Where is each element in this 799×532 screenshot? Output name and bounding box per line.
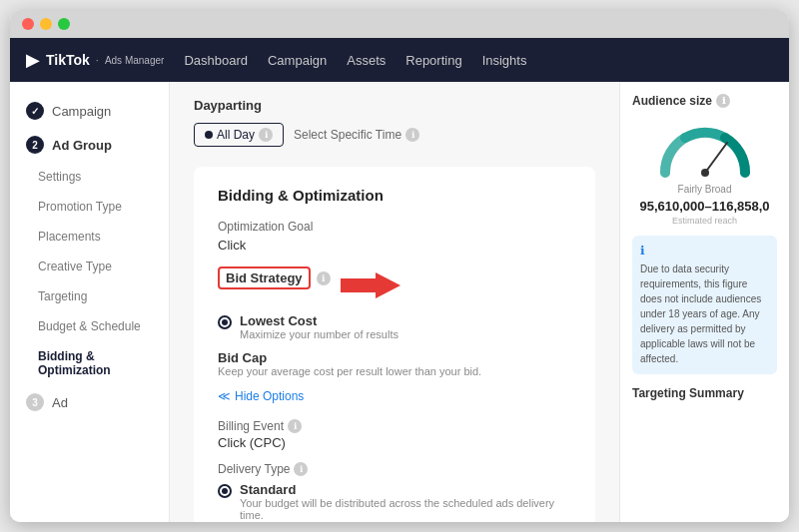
sidebar: ✓ Campaign 2 Ad Group Settings Promotion… [10,82,170,522]
dayparting-title: Dayparting [194,98,595,113]
radio-dot [205,131,213,139]
sidebar-item-settings[interactable]: Settings [10,162,169,192]
sidebar-item-campaign[interactable]: ✓ Campaign [10,94,169,128]
standard-radio[interactable] [218,484,232,498]
info-box-text: Due to data security requirements, this … [640,262,769,366]
bidding-section: Bidding & Optimization Optimization Goal… [194,167,595,522]
sidebar-item-ad[interactable]: 3 Ad [10,385,169,419]
gauge-chart [632,118,777,178]
sidebar-item-budget[interactable]: Budget & Schedule [10,311,169,341]
sidebar-item-bidding[interactable]: Bidding & Optimization [10,341,169,385]
bid-strategy-row: Bid Strategy ℹ [218,266,331,289]
browser-chrome [10,10,789,38]
billing-event-label: Billing Event ℹ [218,419,571,433]
sidebar-item-targeting[interactable]: Targeting [10,281,169,311]
bid-strategy-info-icon[interactable]: ℹ [317,271,331,285]
all-day-button[interactable]: All Day ℹ [194,123,284,147]
lowest-cost-title: Lowest Cost [240,313,399,328]
nav-insights[interactable]: Insights [482,49,527,72]
audience-sub: Estimated reach [632,216,777,226]
sidebar-item-adgroup[interactable]: 2 Ad Group [10,128,169,162]
hide-options-link[interactable]: ≪ Hide Options [218,389,571,403]
standard-desc: Your budget will be distributed across t… [240,497,571,521]
chevron-up-icon: ≪ [218,389,231,403]
radio-inner [222,319,228,325]
sidebar-item-creative[interactable]: Creative Type [10,252,169,281]
nav-dashboard[interactable]: Dashboard [184,49,248,72]
standard-label: Standard [240,482,571,497]
bidding-title: Bidding & Optimization [218,187,571,204]
audience-number: 95,610,000–116,858,0 [632,199,777,214]
nav-campaign[interactable]: Campaign [268,49,327,72]
billing-event-value: Click (CPC) [218,435,571,450]
sidebar-item-promotion[interactable]: Promotion Type [10,192,169,222]
lowest-cost-desc: Maximize your number of results [240,328,399,340]
svg-marker-0 [341,272,400,298]
dayparting-row: All Day ℹ Select Specific Time ℹ [194,123,595,147]
bid-strategy-label: Bid Strategy [218,266,311,289]
optimization-goal-value: Click [218,238,571,253]
delivery-standard-option[interactable]: Standard Your budget will be distributed… [218,482,571,521]
bid-cap-row: Bid Cap Keep your average cost per resul… [218,350,571,377]
nav-reporting[interactable]: Reporting [405,49,461,72]
delivery-options: Standard Your budget will be distributed… [218,482,571,522]
svg-line-1 [705,143,727,173]
audience-size-title: Audience size ℹ [632,94,777,108]
red-arrow-icon [341,270,400,300]
targeting-summary-title: Targeting Summary [632,386,777,400]
delivery-info-icon[interactable]: ℹ [294,462,308,476]
lowest-cost-radio[interactable] [218,315,232,329]
maximize-button[interactable] [58,18,70,30]
nav-assets[interactable]: Assets [347,49,386,72]
billing-info-icon[interactable]: ℹ [288,419,302,433]
logo: ▶ TikTok · Ads Manager [26,49,164,71]
bid-cap-title: Bid Cap [218,350,571,365]
billing-section: Billing Event ℹ Click (CPC) Delivery Typ… [218,419,571,522]
lowest-cost-option[interactable]: Lowest Cost Maximize your number of resu… [218,313,571,340]
nav-items: Dashboard Campaign Assets Reporting Insi… [184,49,526,72]
close-button[interactable] [22,18,34,30]
top-nav: ▶ TikTok · Ads Manager Dashboard Campaig… [10,38,789,82]
logo-sub: Ads Manager [105,55,164,66]
content-area: Dayparting All Day ℹ Select Specific Tim… [170,82,619,522]
step-adgroup: 2 [26,136,44,154]
select-time-info-icon[interactable]: ℹ [405,128,419,142]
svg-point-2 [701,169,709,177]
step-campaign: ✓ [26,102,44,120]
delivery-type-label: Delivery Type ℹ [218,462,571,476]
info-box-icon: ℹ [640,244,769,258]
logo-text: TikTok [46,52,90,68]
standard-radio-inner [222,488,228,494]
bid-cap-desc: Keep your average cost per result lower … [218,365,571,377]
red-arrow-indicator [341,270,400,300]
right-panel: Audience size ℹ Fairly Broad 95,61 [619,82,789,522]
info-box: ℹ Due to data security requirements, thi… [632,236,777,374]
step-ad: 3 [26,393,44,411]
gauge-svg [655,118,755,178]
sidebar-item-placements[interactable]: Placements [10,222,169,252]
audience-info-icon[interactable]: ℹ [716,94,730,108]
gauge-label: Fairly Broad [632,184,777,195]
minimize-button[interactable] [40,18,52,30]
select-time-button[interactable]: Select Specific Time ℹ [294,128,419,142]
optimization-goal-label: Optimization Goal [218,220,571,234]
all-day-info-icon[interactable]: ℹ [259,128,273,142]
